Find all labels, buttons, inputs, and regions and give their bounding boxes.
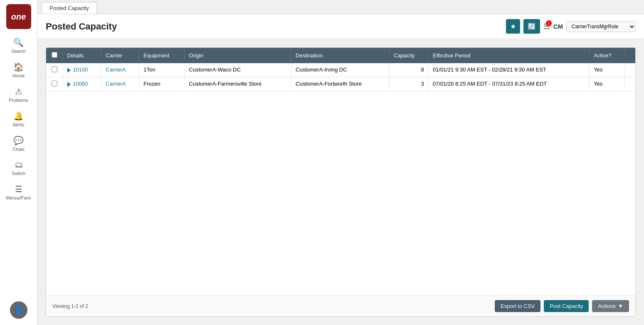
tab-bar: Posted Capacity <box>37 0 644 14</box>
refresh-button[interactable]: 🔄 <box>523 19 540 34</box>
row-checkbox-1[interactable] <box>52 81 57 86</box>
cell-capacity-0: 8 <box>390 63 429 77</box>
notifications-button[interactable]: ☰ 1 <box>543 22 550 31</box>
column-header-destination: Destination <box>291 48 390 63</box>
tab-posted-capacity[interactable]: Posted Capacity <box>42 2 97 14</box>
details-link-1[interactable]: 10060 <box>73 81 88 87</box>
actions-button[interactable]: Actions ▼ <box>592 300 629 312</box>
avatar-icon: 👤 <box>14 305 23 315</box>
cell-destination-0: CustomerA-Irving DC <box>291 63 390 77</box>
star-icon: ★ <box>510 22 516 30</box>
sidebar-item-switch[interactable]: 🗂 Switch <box>0 156 37 180</box>
column-header-actions <box>624 48 635 63</box>
sidebar-item-alerts[interactable]: 🔔 Alerts <box>0 107 37 131</box>
carrier-link-0[interactable]: CarrierA <box>106 66 126 73</box>
user-avatar[interactable]: 👤 <box>10 301 27 319</box>
page-header: Posted Capacity ★ 🔄 ☰ 1 CM CarrierTransM… <box>37 14 644 39</box>
export-csv-button[interactable]: Export to CSV <box>495 300 540 312</box>
cell-equipment-1: Frozen <box>139 77 185 91</box>
footer-buttons: Export to CSV Post Capacity Actions ▼ <box>495 300 629 312</box>
post-capacity-button[interactable]: Post Capacity <box>544 300 589 312</box>
carrier-link-1[interactable]: CarrierA <box>106 81 126 87</box>
bell-icon: 🔔 <box>13 111 24 121</box>
cell-equipment-0: 1Ton <box>139 63 185 77</box>
row-checkbox-cell <box>46 63 63 77</box>
column-header-capacity: Capacity <box>390 48 429 63</box>
role-selector[interactable]: CarrierTransMgrRole <box>566 21 636 32</box>
cell-destination-1: CustomerA-Fortworth Store <box>291 77 390 91</box>
cell-details-0: 10100 <box>63 63 101 77</box>
column-header-select-all <box>46 48 63 63</box>
column-header-details: Details <box>63 48 101 63</box>
row-checkbox-0[interactable] <box>52 66 57 72</box>
content-area: Details Carrier Equipment Origin <box>37 39 644 325</box>
warning-icon: ⚠ <box>15 86 22 96</box>
sidebar-item-chats[interactable]: 💬 Chats <box>0 131 37 156</box>
header-actions: ★ 🔄 ☰ 1 CM CarrierTransMgrRole <box>506 19 636 34</box>
cell-capacity-1: 3 <box>390 77 429 91</box>
favorite-button[interactable]: ★ <box>506 19 520 34</box>
row-checkbox-cell <box>46 77 63 91</box>
chat-icon: 💬 <box>13 135 24 145</box>
sidebar-item-problems[interactable]: ⚠ Problems <box>0 82 37 107</box>
refresh-icon: 🔄 <box>528 22 536 30</box>
cell-actions-1 <box>624 77 635 91</box>
row-indicator-icon <box>67 82 71 87</box>
column-header-equipment: Equipment <box>139 48 185 63</box>
page-title: Posted Capacity <box>46 21 117 32</box>
table-wrapper: Details Carrier Equipment Origin <box>46 48 635 295</box>
cell-origin-1: CustomerA-Farmersville Store <box>185 77 291 91</box>
column-header-effective-period: Effective Period <box>428 48 589 63</box>
sidebar: one 🔍 Search 🏠 Home ⚠ Problems 🔔 Alerts … <box>0 0 37 325</box>
cell-origin-0: CustomerA-Waco DC <box>185 63 291 77</box>
notification-badge: 1 <box>546 20 552 26</box>
home-icon: 🏠 <box>13 62 24 72</box>
cell-actions-0 <box>624 63 635 77</box>
cell-active-1: Yes <box>590 77 624 91</box>
table-row: 10100 CarrierA 1Ton CustomerA-Waco DC Cu… <box>46 63 635 77</box>
switch-icon: 🗂 <box>15 160 23 170</box>
select-all-checkbox[interactable] <box>52 52 57 58</box>
sidebar-item-search[interactable]: 🔍 Search <box>0 33 37 58</box>
details-link-0[interactable]: 10100 <box>73 66 88 73</box>
capacity-table: Details Carrier Equipment Origin <box>46 48 635 91</box>
cell-effective-period-1: 07/01/20 8:25 AM EDT - 07/31/23 8:25 AM … <box>428 77 589 91</box>
dropdown-arrow-icon: ▼ <box>618 303 623 309</box>
table-footer: Viewing 1-2 of 2 Export to CSV Post Capa… <box>46 295 635 316</box>
cell-carrier-0: CarrierA <box>101 63 139 77</box>
sidebar-item-menus[interactable]: ☰ Menus/Favs <box>0 180 37 204</box>
column-header-origin: Origin <box>185 48 291 63</box>
row-indicator-icon <box>67 68 71 73</box>
sidebar-item-home[interactable]: 🏠 Home <box>0 58 37 82</box>
app-logo[interactable]: one <box>6 4 31 29</box>
cell-details-1: 10060 <box>63 77 101 91</box>
column-header-active: Active? <box>590 48 624 63</box>
table-container: Details Carrier Equipment Origin <box>46 47 636 317</box>
main-content: Posted Capacity Posted Capacity ★ 🔄 ☰ 1 … <box>37 0 644 325</box>
menu-icon: ☰ <box>15 184 22 194</box>
cell-active-0: Yes <box>590 63 624 77</box>
cell-carrier-1: CarrierA <box>101 77 139 91</box>
table-row: 10060 CarrierA Frozen CustomerA-Farmersv… <box>46 77 635 91</box>
viewing-info: Viewing 1-2 of 2 <box>52 303 88 309</box>
cell-effective-period-0: 01/01/21 9:30 AM EST - 02/28/21 9:30 AM … <box>428 63 589 77</box>
column-header-carrier: Carrier <box>101 48 139 63</box>
search-icon: 🔍 <box>13 37 24 47</box>
user-initials: CM <box>553 23 563 30</box>
